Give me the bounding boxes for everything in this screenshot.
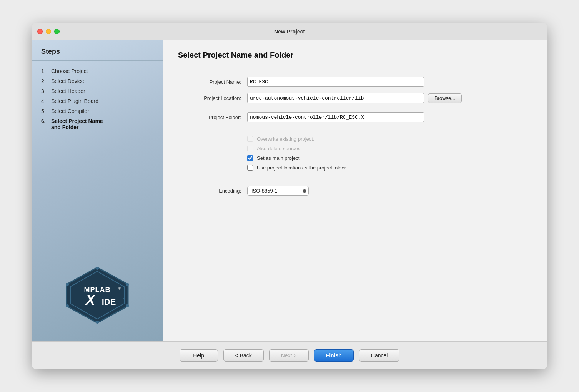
encoding-select-wrapper: ISO-8859-1 (247, 186, 309, 196)
steps-list: 1. Choose Project 2. Select Device 3. Se… (32, 66, 163, 132)
browse-button[interactable]: Browse... (428, 93, 462, 103)
next-button[interactable]: Next > (269, 349, 309, 362)
overwrite-checkbox[interactable] (247, 136, 253, 142)
set-main-label: Set as main project (257, 155, 299, 161)
step-1-num: 1. (41, 68, 48, 74)
project-name-input[interactable] (247, 77, 424, 87)
step-3: 3. Select Header (41, 86, 153, 96)
close-button[interactable] (37, 29, 43, 34)
maximize-button[interactable] (54, 29, 60, 34)
step-6-label: Select Project Nameand Folder (51, 118, 103, 130)
svg-point-7 (66, 283, 69, 286)
svg-text:IDE: IDE (102, 297, 116, 307)
project-location-input[interactable] (247, 93, 424, 103)
step-1: 1. Choose Project (41, 66, 153, 76)
sidebar: Steps 1. Choose Project 2. Select Device… (32, 40, 163, 341)
step-3-num: 3. (41, 88, 48, 94)
step-5-label: Select Compiler (51, 108, 89, 114)
bottom-bar: Help < Back Next > Finish Cancel (32, 341, 547, 369)
step-4-num: 4. (41, 98, 48, 104)
delete-sources-row: Also delete sources. (247, 146, 532, 151)
checkboxes-section: Overwrite existing project. Also delete … (247, 136, 532, 171)
svg-point-2 (96, 267, 99, 270)
logo-area: MPLAB ® X IDE (32, 253, 163, 341)
step-2: 2. Select Device (41, 76, 153, 86)
overwrite-row: Overwrite existing project. (247, 136, 532, 142)
new-project-window: New Project Steps 1. Choose Project 2. S… (32, 23, 547, 369)
mplab-logo: MPLAB ® X IDE (59, 264, 136, 326)
sidebar-header: Steps (32, 48, 163, 61)
use-location-row: Use project location as the project fold… (247, 165, 532, 171)
set-main-row: Set as main project (247, 155, 532, 161)
svg-marker-0 (67, 267, 128, 323)
step-4: 4. Select Plugin Board (41, 96, 153, 106)
project-location-label: Project Location: (178, 95, 247, 101)
project-folder-row: Project Folder: (178, 112, 532, 122)
step-3-label: Select Header (51, 88, 85, 94)
project-folder-label: Project Folder: (178, 115, 247, 120)
step-2-label: Select Device (51, 78, 84, 84)
svg-point-4 (126, 304, 129, 307)
overwrite-label: Overwrite existing project. (257, 136, 314, 142)
use-location-label: Use project location as the project fold… (257, 165, 346, 171)
encoding-label: Encoding: (178, 188, 247, 194)
step-5-num: 5. (41, 108, 48, 114)
step-6-num: 6. (41, 118, 48, 130)
delete-sources-label: Also delete sources. (257, 146, 302, 151)
cancel-button[interactable]: Cancel (359, 349, 400, 362)
step-6: 6. Select Project Nameand Folder (41, 116, 153, 132)
svg-point-3 (126, 283, 129, 286)
encoding-row: Encoding: ISO-8859-1 (178, 186, 532, 196)
svg-text:®: ® (118, 287, 121, 291)
minimize-button[interactable] (46, 29, 51, 34)
project-name-label: Project Name: (178, 79, 247, 85)
project-location-row: Project Location: Browse... (178, 93, 532, 103)
set-main-checkbox[interactable] (247, 155, 253, 161)
project-name-row: Project Name: (178, 77, 532, 87)
step-2-num: 2. (41, 78, 48, 84)
panel-title: Select Project Name and Folder (178, 51, 532, 65)
svg-point-6 (66, 304, 69, 307)
finish-button[interactable]: Finish (314, 349, 354, 362)
right-panel: Select Project Name and Folder Project N… (163, 40, 547, 341)
help-button[interactable]: Help (180, 349, 218, 362)
back-button[interactable]: < Back (223, 349, 264, 362)
step-5: 5. Select Compiler (41, 106, 153, 116)
traffic-lights (37, 29, 60, 34)
window-title: New Project (274, 28, 305, 35)
step-1-label: Choose Project (51, 68, 88, 74)
svg-text:X: X (85, 292, 96, 308)
titlebar: New Project (32, 23, 547, 40)
encoding-select[interactable]: ISO-8859-1 (247, 186, 309, 196)
project-folder-input[interactable] (247, 112, 424, 122)
use-location-checkbox[interactable] (247, 165, 253, 171)
delete-sources-checkbox[interactable] (247, 146, 253, 151)
main-content: Steps 1. Choose Project 2. Select Device… (32, 40, 547, 341)
svg-point-5 (96, 321, 99, 324)
step-4-label: Select Plugin Board (51, 98, 98, 104)
